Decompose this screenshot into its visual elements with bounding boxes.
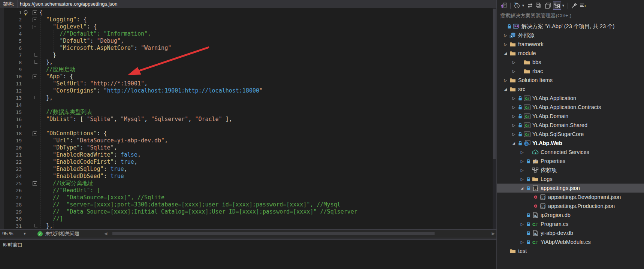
expander-collapsed-icon[interactable]: ▷	[511, 105, 517, 109]
tree-item-test[interactable]: test	[497, 247, 644, 256]
tree-item-framework[interactable]: ▷framework	[497, 40, 644, 49]
code-line-29[interactable]: 29 // "Data Source=[xxxx];Initial Catalo…	[0, 208, 496, 215]
tree-item-yiabpwebmodule.cs[interactable]: ▷C#YiAbpWebModule.cs	[497, 238, 644, 247]
expander-collapsed-icon[interactable]: ▷	[502, 78, 509, 82]
code-line-6[interactable]: 6 "Microsoft.AspNetCore": "Warning"	[0, 45, 496, 52]
file-nesting-icon[interactable]	[553, 1, 561, 10]
code-line-7[interactable]: 7 }	[0, 52, 496, 59]
expander-collapsed-icon[interactable]: ▷	[519, 168, 525, 172]
solution-search-input[interactable]	[497, 11, 644, 20]
code-line-19[interactable]: 19 "Url": "DataSource=yi-abp-dev.db",	[0, 137, 496, 144]
code-line-13[interactable]: 13 },	[0, 94, 496, 102]
code-line-16[interactable]: 16 "DbList": [ "Sqlite", "Mysql", "Sqlse…	[0, 116, 496, 123]
code-line-15[interactable]: 15 //数据库类型列表	[0, 109, 496, 116]
document-health-indicator[interactable]: ✓ 未找到相关问题	[37, 230, 79, 237]
editor-vertical-scrollbar[interactable]	[493, 8, 496, 229]
tree-item-logs[interactable]: ▷Logs	[497, 175, 644, 184]
code-line-24[interactable]: 24 "EnabledDbSeed": true	[0, 173, 496, 180]
code-line-23[interactable]: 23 "EnabledSqlLog": true,	[0, 166, 496, 173]
fold-collapse-icon[interactable]: −	[33, 10, 37, 15]
expander-collapsed-icon[interactable]: ▷	[511, 114, 517, 118]
fold-collapse-icon[interactable]: −	[33, 25, 37, 29]
code-line-28[interactable]: 28 // "server=[xxxx];port=3306;database=…	[0, 201, 496, 208]
fold-collapse-icon[interactable]: −	[33, 75, 37, 79]
code-line-1[interactable]: 1−{	[0, 9, 496, 16]
code-line-9[interactable]: 9 //应用启动	[0, 66, 496, 73]
immediate-window-pane[interactable]: 即时窗口	[0, 239, 496, 269]
code-line-10[interactable]: 10− "App": {	[0, 73, 496, 80]
expander-collapsed-icon[interactable]: ▷	[502, 33, 509, 37]
expander-expanded-icon[interactable]: ◢	[519, 186, 525, 190]
tree-item--[interactable]: ▷依赖项	[497, 166, 644, 175]
code-line-27[interactable]: 27 // "DataSource=[xxxx]", //Sqlite	[0, 194, 496, 201]
tree-item--[interactable]: ▷外部源	[497, 31, 644, 40]
tree-item-connected-services[interactable]: ▷Connected Services	[497, 148, 644, 157]
expander-expanded-icon[interactable]: ◢	[502, 51, 509, 55]
expander-collapsed-icon[interactable]: ▷	[519, 177, 525, 181]
tree-item-properties[interactable]: ▷Properties	[497, 157, 644, 166]
fold-collapse-icon[interactable]: −	[33, 132, 37, 136]
code-line-4[interactable]: 4 //"Default": "Information",	[0, 30, 496, 37]
tree-item-yi.abp.domain[interactable]: ▷C#Yi.Abp.Domain	[497, 112, 644, 121]
expander-collapsed-icon[interactable]: ▷	[519, 159, 525, 163]
schema-url-combobox[interactable]: https://json.schemastore.org/appsettings…	[17, 0, 496, 8]
code-line-31[interactable]: 31 },	[0, 223, 496, 229]
horizontal-scrollbar-thumb[interactable]	[112, 232, 435, 235]
tree-item-solution-items[interactable]: ▷Solution Items	[497, 76, 644, 85]
code-line-21[interactable]: 21 "EnabledReadWrite": false,	[0, 151, 496, 158]
collapse-all-icon[interactable]	[535, 1, 543, 10]
switch-views-icon[interactable]	[500, 1, 508, 10]
tree-item-appsettings.production.json[interactable]: {;}appsettings.Production.json	[497, 202, 644, 211]
code-line-11[interactable]: 11 "SelfUrl": "http://*:19001",	[0, 80, 496, 87]
tree-item-yi.abp.domain.shared[interactable]: ▷C#Yi.Abp.Domain.Shared	[497, 121, 644, 130]
code-line-22[interactable]: 22 "EnabledCodeFirst": true,	[0, 158, 496, 166]
expander-collapsed-icon[interactable]: ▷	[511, 96, 517, 100]
expander-collapsed-icon[interactable]: ▷	[511, 132, 517, 136]
editor-horizontal-scrollbar[interactable]: ◀ ▶	[104, 230, 495, 237]
tree-item-yi.abp.web[interactable]: ◢Yi.Abp.Web	[497, 139, 644, 148]
code-line-25[interactable]: 25− //读写分离地址	[0, 180, 496, 187]
tree-item-rbac[interactable]: ▷rbac	[497, 67, 644, 76]
tree-item-yi.abp.application[interactable]: ▷C#Yi.Abp.Application	[497, 94, 644, 103]
expander-collapsed-icon[interactable]: ▷	[511, 60, 517, 64]
code-line-2[interactable]: 2− "Logging": {	[0, 16, 496, 23]
sync-active-document-icon[interactable]	[526, 1, 534, 10]
tree-item--yi.abp-23-23-[interactable]: 解决方案 'Yi.Abp' (23 个项目, 共 23 个)	[497, 22, 644, 31]
zoom-level-dropdown[interactable]: 95 % ▼	[0, 230, 29, 238]
code-line-14[interactable]: 14	[0, 102, 496, 109]
lightbulb-icon[interactable]	[23, 10, 28, 17]
code-line-12[interactable]: 12 "CorsOrigins": "http://localhost:1900…	[0, 87, 496, 94]
code-line-17[interactable]: 17	[0, 123, 496, 130]
scroll-right-icon[interactable]: ▶	[492, 231, 495, 236]
code-line-8[interactable]: 8 },	[0, 59, 496, 66]
fold-collapse-icon[interactable]: −	[33, 18, 37, 22]
tree-item-program.cs[interactable]: ▷C#Program.cs	[497, 220, 644, 229]
expander-expanded-icon[interactable]: ◢	[511, 141, 517, 145]
expander-collapsed-icon[interactable]: ▷	[519, 222, 525, 226]
fold-collapse-icon[interactable]: −	[33, 181, 37, 186]
expander-collapsed-icon[interactable]: ▷	[519, 150, 525, 154]
preview-code-icon[interactable]	[579, 1, 587, 10]
chevron-down-icon[interactable]: ▼	[562, 4, 565, 7]
copy-properties-icon[interactable]	[544, 1, 552, 10]
code-editor[interactable]: 1−{2− "Logging": {3− "LogLevel": {4 //"D…	[0, 8, 496, 229]
expander-expanded-icon[interactable]: ◢	[502, 87, 509, 91]
tree-item-appsettings.development.json[interactable]: {;}appsettings.Development.json	[497, 193, 644, 202]
pane-splitter[interactable]	[496, 0, 497, 269]
code-line-20[interactable]: 20 "DbType": "Sqlite",	[0, 144, 496, 151]
tree-item-ip2region.db[interactable]: ip2region.db	[497, 211, 644, 220]
vertical-scrollbar-thumb[interactable]	[493, 9, 496, 159]
tree-item-src[interactable]: ◢src	[497, 85, 644, 94]
code-line-3[interactable]: 3− "LogLevel": {	[0, 23, 496, 30]
code-line-18[interactable]: 18− "DbConnOptions": {	[0, 130, 496, 137]
expander-collapsed-icon[interactable]: ▷	[502, 42, 509, 46]
code-line-5[interactable]: 5 "Default": "Debug",	[0, 37, 496, 45]
code-line-26[interactable]: 26 //"ReadUrl": [	[0, 187, 496, 194]
properties-wrench-icon[interactable]	[570, 1, 578, 10]
expander-collapsed-icon[interactable]: ▷	[511, 69, 517, 73]
code-line-30[interactable]: 30 //]	[0, 215, 496, 223]
tree-item-appsettings.json[interactable]: ◢{;}appsettings.json	[497, 184, 644, 193]
scroll-left-icon[interactable]: ◀	[104, 231, 107, 236]
tree-item-bbs[interactable]: ▷bbs	[497, 58, 644, 67]
tree-item-yi.abp.sqlsugarcore[interactable]: ▷C#Yi.Abp.SqlSugarCore	[497, 130, 644, 139]
